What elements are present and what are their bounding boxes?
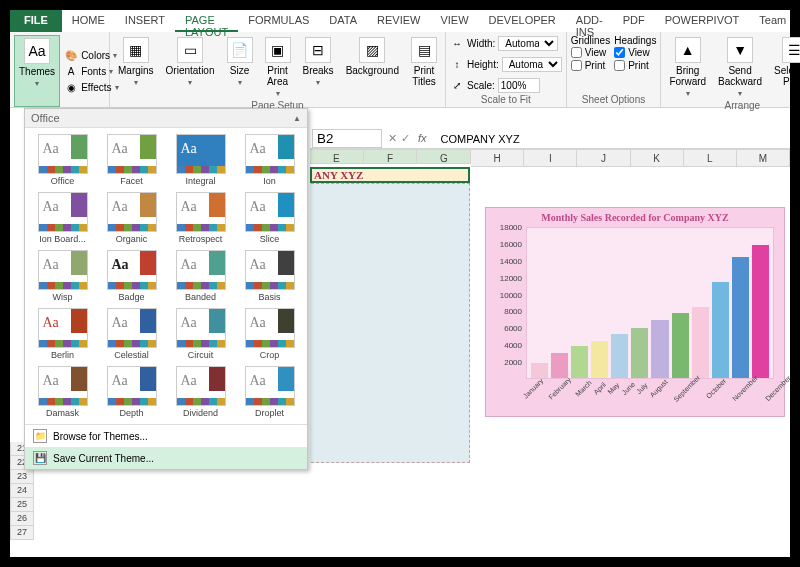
merged-title-cell[interactable]: ANY XYZ [310, 167, 470, 183]
background-button[interactable]: ▨Background [342, 35, 403, 100]
theme-office[interactable]: AaOffice [29, 132, 96, 188]
theme-circuit[interactable]: AaCircuit [167, 306, 234, 362]
gridlines-print-checkbox[interactable] [571, 60, 582, 71]
chart-bar-august[interactable] [672, 313, 689, 378]
tab-add-ins[interactable]: ADD-INS [566, 10, 613, 32]
row-header-27[interactable]: 27 [10, 526, 34, 540]
theme-name-label: Slice [260, 234, 280, 244]
theme-facet[interactable]: AaFacet [98, 132, 165, 188]
column-header-h[interactable]: H [471, 149, 524, 167]
chart-bar-may[interactable] [611, 334, 628, 378]
folder-icon: 📁 [33, 429, 47, 443]
formula-bar: ✕ ✓ fx COMPANY XYZ [310, 129, 790, 149]
tab-data[interactable]: DATA [319, 10, 367, 32]
tab-view[interactable]: VIEW [430, 10, 478, 32]
tab-file[interactable]: FILE [10, 10, 62, 32]
cancel-icon[interactable]: ✕ [388, 132, 397, 145]
height-icon: ↕ [450, 58, 464, 72]
size-button[interactable]: 📄Size▾ [223, 35, 257, 100]
theme-name-label: Crop [260, 350, 280, 360]
headings-view-checkbox[interactable] [614, 47, 625, 58]
theme-banded[interactable]: AaBanded [167, 248, 234, 304]
theme-crop[interactable]: AaCrop [236, 306, 303, 362]
column-header-g[interactable]: G [417, 149, 471, 164]
breaks-button[interactable]: ⊟Breaks▾ [299, 35, 338, 100]
embedded-chart[interactable]: Monthly Sales Recorded for Company XYZ 1… [485, 207, 785, 417]
column-header-e[interactable]: E [310, 149, 364, 164]
tab-insert[interactable]: INSERT [115, 10, 175, 32]
theme-basis[interactable]: AaBasis [236, 248, 303, 304]
chart-bar-march[interactable] [571, 346, 588, 378]
theme-slice[interactable]: AaSlice [236, 190, 303, 246]
print-area-icon: ▣ [265, 37, 291, 63]
print-area-button[interactable]: ▣Print Area▾ [261, 35, 295, 100]
orientation-button[interactable]: ▭Orientation▾ [162, 35, 219, 100]
fx-icon[interactable]: fx [414, 132, 431, 145]
row-header-23[interactable]: 23 [10, 470, 34, 484]
column-header-i[interactable]: I [524, 149, 577, 167]
theme-organic[interactable]: AaOrganic [98, 190, 165, 246]
row-header-25[interactable]: 25 [10, 498, 34, 512]
theme-droplet[interactable]: AaDroplet [236, 364, 303, 420]
row-header-24[interactable]: 24 [10, 484, 34, 498]
chart-bar-december[interactable] [752, 245, 769, 378]
save-current-theme-item[interactable]: 💾 Save Current Theme... [25, 447, 307, 469]
print-titles-button[interactable]: ▤Print Titles [407, 35, 441, 100]
theme-ion-board-[interactable]: AaIon Board... [29, 190, 96, 246]
theme-celestial[interactable]: AaCelestial [98, 306, 165, 362]
theme-ion[interactable]: AaIon [236, 132, 303, 188]
chart-bar-september[interactable] [692, 307, 709, 378]
tab-page-layout[interactable]: PAGE LAYOUT [175, 10, 238, 32]
themes-button[interactable]: Aa Themes ▾ [14, 35, 60, 107]
selection-pane-button[interactable]: ☰Selection Pane [770, 35, 800, 100]
tab-formulas[interactable]: FORMULAS [238, 10, 319, 32]
theme-dividend[interactable]: AaDividend [167, 364, 234, 420]
scroll-up-icon[interactable]: ▲ [293, 114, 301, 123]
chart-bar-october[interactable] [712, 282, 729, 378]
tab-powerpivot[interactable]: POWERPIVOT [655, 10, 750, 32]
height-select[interactable]: Automatic [502, 57, 562, 72]
browse-themes-item[interactable]: 📁 Browse for Themes... [25, 425, 307, 447]
theme-retrospect[interactable]: AaRetrospect [167, 190, 234, 246]
theme-berlin[interactable]: AaBerlin [29, 306, 96, 362]
send-backward-button[interactable]: ▼Send Backward▾ [714, 35, 766, 100]
gridlines-view-checkbox[interactable] [571, 47, 582, 58]
theme-badge[interactable]: AaBadge [98, 248, 165, 304]
tab-team[interactable]: Team [749, 10, 796, 32]
worksheet[interactable]: EFGHIJKLM ANY XYZ Monthly Sales Recorded… [310, 149, 790, 557]
row-header-26[interactable]: 26 [10, 512, 34, 526]
name-box[interactable] [312, 129, 382, 148]
chart-bar-november[interactable] [732, 257, 749, 378]
tab-review[interactable]: REVIEW [367, 10, 430, 32]
formula-input[interactable]: COMPANY XYZ [437, 133, 790, 145]
chart-bar-april[interactable] [591, 341, 608, 379]
bring-forward-button[interactable]: ▲Bring Forward▾ [665, 35, 710, 100]
theme-name-label: Wisp [53, 292, 73, 302]
column-header-m[interactable]: M [737, 149, 790, 167]
tab-home[interactable]: HOME [62, 10, 115, 32]
scale-icon: ⤢ [450, 79, 464, 93]
chart-bar-february[interactable] [551, 353, 568, 378]
margins-button[interactable]: ▦Margins▾ [114, 35, 158, 100]
theme-depth[interactable]: AaDepth [98, 364, 165, 420]
theme-integral[interactable]: AaIntegral [167, 132, 234, 188]
theme-wisp[interactable]: AaWisp [29, 248, 96, 304]
send-backward-icon: ▼ [727, 37, 753, 63]
column-header-f[interactable]: F [364, 149, 418, 164]
tab-developer[interactable]: DEVELOPER [479, 10, 566, 32]
print-area-region [310, 183, 470, 463]
column-header-k[interactable]: K [631, 149, 684, 167]
chart-bar-june[interactable] [631, 328, 648, 378]
chart-x-axis: JanuaryFebruaryMarchAprilMayJuneJulyAugu… [526, 379, 774, 397]
chart-bar-july[interactable] [651, 320, 668, 378]
scale-input[interactable] [498, 78, 540, 93]
column-header-l[interactable]: L [684, 149, 737, 167]
enter-icon[interactable]: ✓ [401, 132, 410, 145]
column-header-j[interactable]: J [577, 149, 630, 167]
size-label: Size [230, 65, 249, 76]
chart-bar-january[interactable] [531, 363, 548, 378]
theme-damask[interactable]: AaDamask [29, 364, 96, 420]
headings-print-checkbox[interactable] [614, 60, 625, 71]
width-select[interactable]: Automatic [498, 36, 558, 51]
tab-pdf[interactable]: PDF [613, 10, 655, 32]
